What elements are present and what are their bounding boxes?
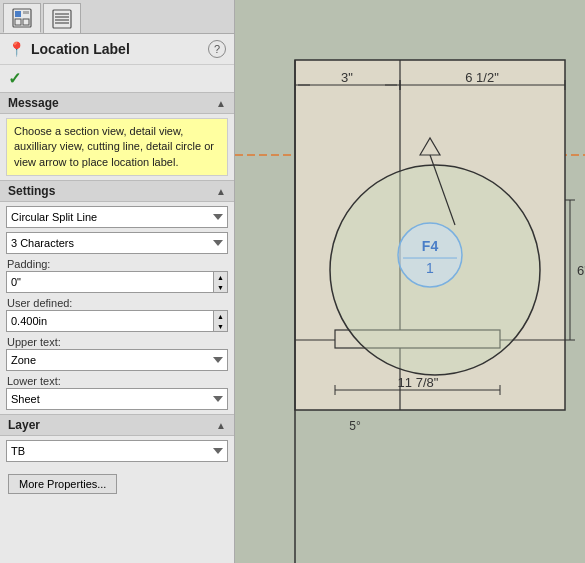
user-defined-up-button[interactable]: ▲ — [214, 311, 227, 321]
layer-collapse-arrow: ▲ — [216, 420, 226, 431]
command-tab-icon — [52, 9, 72, 29]
upper-text-label: Upper text: — [6, 336, 228, 348]
svg-text:1: 1 — [426, 260, 434, 276]
lower-text-row: Lower text: Sheet None Custom — [6, 375, 228, 410]
right-panel: F4 1 3" 6 1/2" 6 — [235, 0, 585, 563]
user-defined-down-button[interactable]: ▼ — [214, 321, 227, 331]
message-collapse-arrow: ▲ — [216, 98, 226, 109]
settings-section-label: Settings — [8, 184, 55, 198]
layer-select[interactable]: TB 0 Layer1 — [6, 440, 228, 462]
split-line-select[interactable]: Circular Split Line Linear Split Line No… — [6, 206, 228, 228]
upper-text-select[interactable]: Zone None Custom — [6, 349, 228, 371]
padding-input-row: ▲ ▼ — [6, 271, 228, 293]
pin-icon: 📍 — [8, 41, 25, 57]
settings-section-header[interactable]: Settings ▲ — [0, 180, 234, 202]
upper-text-row: Upper text: Zone None Custom — [6, 336, 228, 371]
padding-row: Padding: ▲ ▼ — [6, 258, 228, 293]
svg-rect-3 — [15, 19, 21, 25]
layer-section-label: Layer — [8, 418, 40, 432]
svg-text:6": 6" — [577, 263, 585, 278]
more-properties-button[interactable]: More Properties... — [8, 474, 117, 494]
svg-text:F4: F4 — [422, 238, 439, 254]
layer-content: TB 0 Layer1 — [0, 436, 234, 466]
toolbar-tabs — [0, 0, 234, 34]
user-defined-row: User defined: ▲ ▼ — [6, 297, 228, 332]
user-defined-label: User defined: — [6, 297, 228, 309]
left-panel: 📍 Location Label ? ✓ Message ▲ Choose a … — [0, 0, 235, 563]
characters-select[interactable]: 1 Character 2 Characters 3 Characters 4 … — [6, 232, 228, 254]
svg-text:5°: 5° — [349, 419, 361, 433]
tab-command[interactable] — [43, 3, 81, 33]
padding-down-button[interactable]: ▼ — [214, 282, 227, 292]
padding-label: Padding: — [6, 258, 228, 270]
svg-rect-2 — [23, 11, 29, 14]
message-section-header[interactable]: Message ▲ — [0, 92, 234, 114]
lower-text-select[interactable]: Sheet None Custom — [6, 388, 228, 410]
lower-text-label: Lower text: — [6, 375, 228, 387]
layer-section-header[interactable]: Layer ▲ — [0, 414, 234, 436]
more-properties-row: More Properties... — [0, 468, 234, 500]
panel-header: 📍 Location Label ? — [0, 34, 234, 65]
settings-content: Circular Split Line Linear Split Line No… — [0, 202, 234, 414]
layer-row: TB 0 Layer1 — [6, 440, 228, 462]
svg-rect-1 — [15, 11, 21, 17]
padding-input[interactable] — [6, 271, 214, 293]
user-defined-input-row: ▲ ▼ — [6, 310, 228, 332]
user-defined-spinner: ▲ ▼ — [214, 310, 228, 332]
drawing-svg: F4 1 3" 6 1/2" 6 — [235, 0, 585, 563]
help-button[interactable]: ? — [208, 40, 226, 58]
user-defined-input[interactable] — [6, 310, 214, 332]
svg-rect-4 — [23, 19, 29, 25]
message-content: Choose a section view, detail view, auxi… — [6, 118, 228, 176]
padding-up-button[interactable]: ▲ — [214, 272, 227, 282]
tab-properties[interactable] — [3, 3, 41, 33]
padding-spinner: ▲ ▼ — [214, 271, 228, 293]
split-line-row: Circular Split Line Linear Split Line No… — [6, 206, 228, 228]
svg-rect-5 — [53, 10, 71, 28]
panel-title: Location Label — [31, 41, 202, 57]
svg-text:3": 3" — [341, 70, 353, 85]
checkmark-indicator: ✓ — [0, 65, 234, 92]
svg-text:6 1/2": 6 1/2" — [465, 70, 499, 85]
message-section-label: Message — [8, 96, 59, 110]
drawing-area: F4 1 3" 6 1/2" 6 — [235, 0, 585, 563]
properties-tab-icon — [12, 8, 32, 28]
settings-collapse-arrow: ▲ — [216, 186, 226, 197]
characters-row: 1 Character 2 Characters 3 Characters 4 … — [6, 232, 228, 254]
svg-point-17 — [398, 223, 462, 287]
svg-text:11 7/8": 11 7/8" — [398, 375, 439, 390]
